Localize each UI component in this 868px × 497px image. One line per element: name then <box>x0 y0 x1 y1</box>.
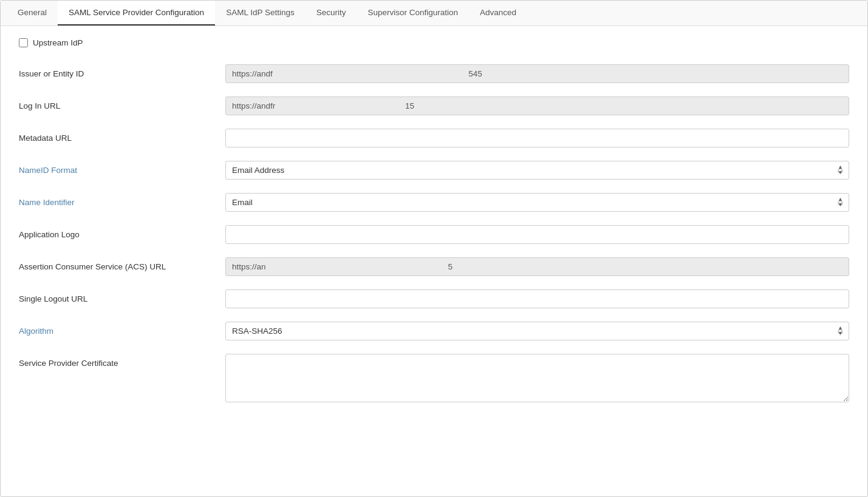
name-identifier-row: Name Identifier Email Username User ID ▲… <box>19 193 849 212</box>
name-identifier-select[interactable]: Email Username User ID <box>225 193 849 212</box>
main-window: General SAML Service Provider Configurat… <box>0 0 868 497</box>
nameid-format-select[interactable]: Email Address Unspecified Persistent Tra… <box>225 161 849 180</box>
acs-url-label: Assertion Consumer Service (ACS) URL <box>19 257 225 271</box>
algorithm-row: Algorithm RSA-SHA256 RSA-SHA1 DSA-SHA1 ▲… <box>19 322 849 340</box>
metadata-url-label: Metadata URL <box>19 129 225 143</box>
acs-url-row: Assertion Consumer Service (ACS) URL <box>19 257 849 276</box>
upstream-idp-text: Upstream IdP <box>33 38 83 47</box>
tab-supervisor[interactable]: Supervisor Configuration <box>357 1 469 25</box>
algorithm-select[interactable]: RSA-SHA256 RSA-SHA1 DSA-SHA1 <box>225 322 849 340</box>
metadata-url-row: Metadata URL <box>19 129 849 147</box>
tab-security[interactable]: Security <box>306 1 357 25</box>
upstream-idp-checkbox[interactable] <box>19 38 28 47</box>
single-logout-url-row: Single Logout URL <box>19 289 849 308</box>
login-url-input[interactable] <box>225 96 849 115</box>
login-url-label: Log In URL <box>19 96 225 110</box>
single-logout-url-input[interactable] <box>225 289 849 308</box>
tab-advanced[interactable]: Advanced <box>469 1 527 25</box>
tab-saml-sp[interactable]: SAML Service Provider Configuration <box>58 1 215 25</box>
issuer-entity-id-row: Issuer or Entity ID <box>19 64 849 83</box>
single-logout-url-label: Single Logout URL <box>19 289 225 303</box>
algorithm-select-wrapper: RSA-SHA256 RSA-SHA1 DSA-SHA1 ▲ ▼ <box>225 322 849 340</box>
sp-certificate-row: Service Provider Certificate <box>19 354 849 402</box>
algorithm-label: Algorithm <box>19 322 225 336</box>
application-logo-row: Application Logo <box>19 225 849 244</box>
sp-certificate-textarea[interactable] <box>225 354 849 402</box>
acs-url-input[interactable] <box>225 257 849 276</box>
application-logo-input[interactable] <box>225 225 849 244</box>
tab-saml-idp[interactable]: SAML IdP Settings <box>215 1 306 25</box>
name-identifier-label: Name Identifier <box>19 193 225 207</box>
nameid-format-label: NameID Format <box>19 161 225 175</box>
upstream-idp-label[interactable]: Upstream IdP <box>19 38 83 47</box>
tab-general[interactable]: General <box>7 1 58 25</box>
name-identifier-select-wrapper: Email Username User ID ▲ ▼ <box>225 193 849 212</box>
nameid-format-select-wrapper: Email Address Unspecified Persistent Tra… <box>225 161 849 180</box>
metadata-url-input[interactable] <box>225 129 849 147</box>
form-content: Upstream IdP Issuer or Entity ID Log In … <box>1 26 867 496</box>
application-logo-label: Application Logo <box>19 225 225 239</box>
issuer-entity-id-label: Issuer or Entity ID <box>19 64 225 78</box>
tab-bar: General SAML Service Provider Configurat… <box>1 1 867 26</box>
issuer-entity-id-input[interactable] <box>225 64 849 83</box>
nameid-format-row: NameID Format Email Address Unspecified … <box>19 161 849 180</box>
sp-certificate-label: Service Provider Certificate <box>19 354 225 368</box>
upstream-idp-row: Upstream IdP <box>19 38 849 47</box>
login-url-row: Log In URL <box>19 96 849 115</box>
